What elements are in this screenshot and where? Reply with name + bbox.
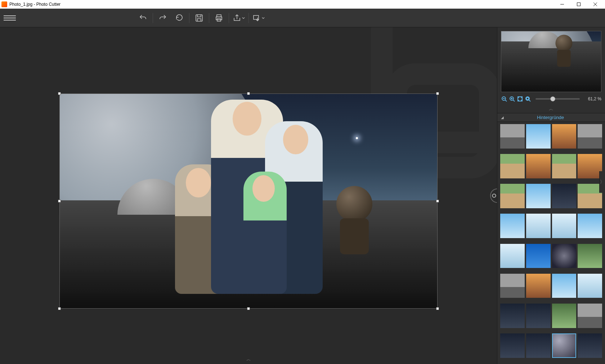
background-thumb-moon-robot[interactable] [552, 333, 577, 358]
close-button[interactable] [587, 0, 604, 9]
background-thumb-pterodactyl[interactable] [552, 304, 577, 328]
resize-handle-left[interactable] [58, 200, 61, 203]
background-thumb-wedding[interactable] [500, 244, 525, 268]
svg-rect-1 [577, 3, 581, 6]
resize-handle-bottom-left[interactable] [58, 307, 61, 310]
side-panel: 61,2 % ︿ ◢ Hintergründe [497, 27, 605, 364]
backgrounds-panel-header[interactable]: ◢ Hintergründe [497, 113, 605, 122]
main-area: ︿ 61,2 % ︿ ◢ Hintergründe [0, 27, 605, 364]
toolbar-separator [248, 13, 249, 23]
background-thumb-desert[interactable] [552, 154, 577, 178]
svg-point-9 [492, 194, 496, 197]
canvas-area: ︿ [0, 27, 497, 364]
svg-line-14 [513, 100, 515, 101]
background-thumb-venice[interactable] [578, 214, 602, 238]
background-thumb-road[interactable] [500, 154, 525, 178]
panel-disclosure-icon: ◢ [501, 115, 504, 119]
minimize-button[interactable] [554, 0, 570, 9]
svg-line-19 [529, 100, 530, 101]
bottom-panel-expand-button[interactable]: ︿ [246, 356, 251, 363]
scene-background [60, 94, 437, 308]
background-thumb-rushmore[interactable] [578, 124, 602, 149]
resize-handle-right[interactable] [436, 200, 439, 203]
svg-rect-20 [526, 97, 529, 100]
background-thumb-storm[interactable] [552, 184, 577, 208]
resize-handle-bottom-right[interactable] [436, 307, 439, 310]
background-thumb-bicycle[interactable] [578, 154, 602, 178]
background-thumb-western[interactable] [500, 274, 525, 298]
toolbar-separator [229, 13, 229, 23]
window-titlebar: Photo_1.jpg - Photo Cutter [0, 0, 605, 9]
background-thumb-mountain-dog[interactable] [526, 304, 551, 328]
document-name: Photo_1.jpg [9, 2, 32, 7]
redo-alt-button[interactable] [171, 11, 188, 25]
undo-button[interactable] [135, 11, 151, 25]
canvas-selection-frame[interactable] [59, 94, 438, 309]
fit-to-screen-button[interactable] [517, 96, 523, 102]
zoom-out-button[interactable] [501, 96, 507, 102]
background-thumb-open-sky[interactable] [500, 214, 525, 238]
background-thumb-forest[interactable] [500, 333, 525, 358]
panel-collapse-up-button[interactable]: ︿ [497, 105, 605, 113]
redo-button[interactable] [154, 11, 171, 25]
background-thumb-icebergs[interactable] [526, 214, 551, 238]
background-thumb-tunnel[interactable] [526, 333, 551, 358]
toolbar-separator [209, 13, 209, 23]
actual-size-button[interactable] [525, 96, 531, 102]
zoom-slider-knob[interactable] [550, 96, 555, 101]
toolbar-separator [189, 13, 189, 23]
background-thumb-love-you[interactable] [526, 244, 551, 268]
main-toolbar [0, 9, 605, 27]
app-icon [1, 1, 7, 7]
resize-handle-top-right[interactable] [436, 92, 439, 95]
svg-rect-8 [254, 15, 259, 19]
window-title: Photo_1.jpg - Photo Cutter [9, 2, 554, 7]
background-thumb-ufo[interactable] [578, 304, 602, 328]
backgrounds-grid [497, 122, 605, 364]
background-thumb-pyramids[interactable] [552, 124, 577, 149]
backgrounds-panel-title: Hintergründe [504, 115, 597, 120]
navigator-preview[interactable] [501, 31, 601, 92]
background-thumb-misty[interactable] [578, 274, 602, 298]
zoom-slider[interactable] [535, 98, 580, 100]
zoom-controls: 61,2 % [497, 94, 605, 105]
side-panel-collapse-button[interactable] [490, 188, 497, 203]
background-thumb-island[interactable] [526, 184, 551, 208]
svg-rect-4 [196, 15, 202, 21]
toolbar-separator [153, 13, 153, 23]
background-thumb-waterfall[interactable] [526, 154, 551, 178]
send-to-button[interactable] [250, 11, 267, 25]
zoom-value: 61,2 % [584, 96, 601, 101]
save-button[interactable] [191, 11, 207, 25]
app-name: Photo Cutter [36, 2, 60, 7]
toolbar-group [135, 11, 267, 25]
background-thumb-moon-plain[interactable] [578, 333, 602, 358]
background-thumb-lion[interactable] [500, 304, 525, 328]
scene-star [356, 137, 358, 139]
background-thumb-snow[interactable] [552, 214, 577, 238]
background-thumb-cliff[interactable] [578, 184, 602, 208]
background-thumb-beach-jump[interactable] [552, 274, 577, 298]
right-edge-expand-button[interactable]: 〉 [599, 171, 605, 193]
resize-handle-top[interactable] [247, 92, 250, 95]
background-thumb-eiffel[interactable] [526, 124, 551, 149]
resize-handle-bottom[interactable] [247, 307, 250, 310]
background-thumb-bridge[interactable] [500, 124, 525, 149]
composited-image[interactable] [59, 94, 438, 309]
svg-line-11 [505, 100, 507, 101]
menu-button[interactable] [4, 13, 16, 23]
zoom-in-button[interactable] [509, 96, 515, 102]
scene-family-cutout [175, 100, 326, 294]
svg-rect-5 [217, 15, 221, 17]
background-thumb-rocky-stream[interactable] [578, 244, 602, 268]
background-thumb-space-station[interactable] [552, 244, 577, 268]
resize-handle-top-left[interactable] [58, 92, 61, 95]
background-thumb-silhouette[interactable] [526, 274, 551, 298]
print-button[interactable] [211, 11, 227, 25]
share-button[interactable] [230, 11, 247, 25]
scene-robot [329, 172, 380, 265]
background-thumb-canyon-river[interactable] [500, 184, 525, 208]
maximize-button[interactable] [570, 0, 587, 9]
